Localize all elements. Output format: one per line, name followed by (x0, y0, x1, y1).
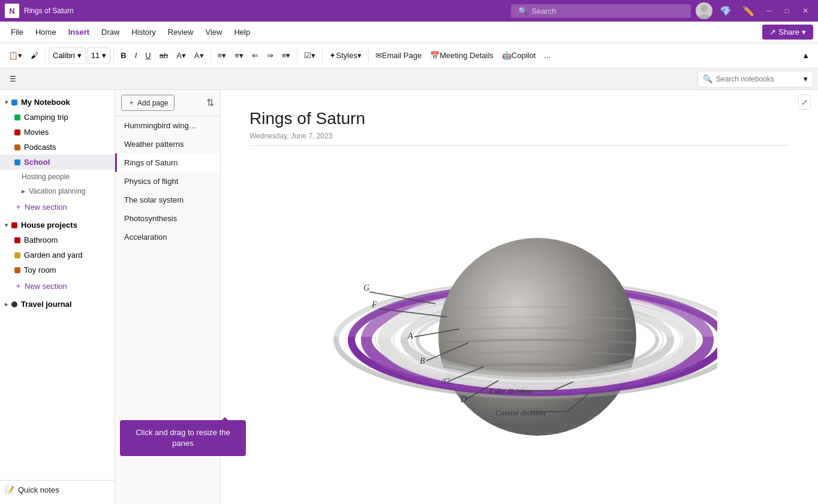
main-layout: ▾ My Notebook Camping trip Movies Podcas… (0, 90, 818, 504)
sidebar-item-movies[interactable]: Movies (0, 125, 115, 140)
sidebar-item-garden-and-yard[interactable]: Garden and yard (0, 248, 115, 262)
more-button[interactable]: ... (540, 46, 554, 65)
sidebar: ▾ My Notebook Camping trip Movies Podcas… (0, 90, 115, 504)
italic-button[interactable]: I (131, 46, 141, 65)
resize-tooltip-text: Click and drag to resize the panes (221, 428, 230, 448)
quick-notes-button[interactable]: 📝 Quick notes (0, 480, 115, 499)
page-hummingbird-wing-label: Hummingbird wing… (124, 121, 197, 130)
pages-header: ＋ Add page ⇅ (115, 90, 220, 116)
maximize-button[interactable]: □ (780, 4, 794, 17)
title-controls: 💎 ✏️ ─ □ ✕ (696, 2, 813, 19)
email-icon: ✉ (375, 51, 382, 60)
bathroom-color-dot (14, 237, 20, 243)
email-page-button[interactable]: ✉ Email Page (372, 46, 425, 65)
page-photosynthesis[interactable]: Photosynthesis (115, 209, 220, 228)
avatar[interactable] (696, 2, 712, 19)
share-button[interactable]: ↗ Share ▾ (762, 25, 813, 40)
podcasts-label: Podcasts (24, 143, 56, 152)
notebook-travel-journal: ▸ Travel journal (0, 297, 115, 312)
menubar: File Home Insert Draw History Review Vie… (0, 22, 818, 43)
calendar-icon: 📅 (430, 51, 440, 60)
meeting-details-button[interactable]: 📅 Meeting Details (426, 46, 497, 65)
page-solar-system[interactable]: The solar system (115, 191, 220, 209)
menu-review[interactable]: Review (162, 24, 200, 40)
page-physics-of-flight[interactable]: Physics of flight (115, 172, 220, 191)
highlight-button[interactable]: A▾ (173, 46, 190, 65)
page-hummingbird-wing[interactable]: Hummingbird wing… (115, 116, 220, 135)
page-rings-of-saturn[interactable]: Rings of Saturn (115, 153, 220, 172)
decrease-indent-button[interactable]: ⇐ (248, 46, 262, 65)
sidebar-item-camping-trip[interactable]: Camping trip (0, 110, 115, 125)
checkbox-button[interactable]: ☑▾ (300, 46, 319, 65)
share-label: Share (778, 28, 799, 37)
underline-button[interactable]: U (142, 46, 154, 65)
menu-insert[interactable]: Insert (62, 24, 95, 40)
search-notebooks-icon: 🔍 (703, 74, 712, 83)
toy-room-color-dot (14, 267, 20, 273)
page-accelaration[interactable]: Accelaration (115, 228, 220, 246)
sidebar-item-toy-room[interactable]: Toy room (0, 262, 115, 277)
alignment-button[interactable]: ≡▾ (278, 46, 294, 65)
sidebar-item-school[interactable]: School (0, 155, 115, 170)
toolbar-sep-3 (210, 49, 211, 63)
font-color-button[interactable]: A▾ (191, 46, 207, 65)
font-selector[interactable]: Calibri ▾ (49, 47, 86, 64)
bathroom-label: Bathroom (24, 236, 58, 245)
bullets-button[interactable]: ≡▾ (214, 46, 230, 65)
expand-content-button[interactable]: ⤢ (798, 95, 811, 110)
menu-help[interactable]: Help (228, 24, 256, 40)
vacation-planning-expand-icon: ▸ (22, 187, 25, 195)
styles-button[interactable]: ✦ Styles ▾ (326, 46, 365, 65)
font-chevron-icon: ▾ (77, 51, 82, 60)
sidebar-item-podcasts[interactable]: Podcasts (0, 140, 115, 155)
sidebar-item-bathroom[interactable]: Bathroom (0, 233, 115, 248)
global-search-input[interactable] (531, 7, 675, 16)
notebook-my-notebook-header[interactable]: ▾ My Notebook (0, 95, 115, 110)
add-house-section-icon: ＋ (14, 280, 22, 291)
increase-indent-button[interactable]: ⇒ (263, 46, 277, 65)
search-notebooks-input[interactable] (716, 75, 800, 83)
sidebar-item-hosting-people[interactable]: Hosting people (0, 170, 115, 184)
minimize-button[interactable]: ─ (762, 4, 777, 17)
page-photosynthesis-label: Photosynthesis (124, 214, 177, 223)
house-projects-label: House projects (21, 221, 77, 230)
add-page-button[interactable]: ＋ Add page (121, 95, 175, 111)
sort-pages-button[interactable]: ⇅ (206, 97, 214, 108)
page-accelaration-label: Accelaration (124, 233, 167, 242)
numbering-button[interactable]: ≡▾ (231, 46, 247, 65)
toolbar-sep-6 (368, 49, 369, 63)
bold-button[interactable]: B (117, 46, 130, 65)
close-button[interactable]: ✕ (798, 4, 813, 17)
font-size-selector[interactable]: 11 ▾ (87, 47, 110, 64)
search-notebooks-box[interactable]: 🔍 ▾ (697, 71, 813, 87)
page-date: Wednesday, June 7, 2023 (249, 132, 789, 146)
house-projects-new-section[interactable]: ＋ New section (0, 277, 115, 294)
garden-color-dot (14, 252, 20, 258)
menu-home[interactable]: Home (29, 24, 62, 40)
copilot-button[interactable]: 🤖 Copilot (498, 46, 539, 65)
page-weather-patterns[interactable]: Weather patterns (115, 135, 220, 153)
svg-text:/C: /C (441, 377, 450, 386)
menu-draw[interactable]: Draw (95, 24, 125, 40)
clipboard-button[interactable]: 📋▾ (5, 46, 26, 65)
email-page-label: Email Page (382, 51, 422, 60)
global-search-box[interactable]: 🔍 (511, 4, 691, 18)
menu-history[interactable]: History (125, 24, 161, 40)
notebook-travel-journal-header[interactable]: ▸ Travel journal (0, 297, 115, 312)
vacation-planning-label: Vacation planning (29, 187, 86, 195)
collapse-ribbon-button[interactable]: ▲ (798, 46, 813, 65)
notebook-house-projects-header[interactable]: ▾ House projects (0, 218, 115, 233)
diamond-icon[interactable]: 💎 (716, 3, 735, 19)
size-chevron-icon: ▾ (102, 51, 106, 60)
menu-file[interactable]: File (5, 24, 29, 40)
sidebar-item-vacation-planning[interactable]: ▸ Vacation planning (0, 184, 115, 198)
strikethrough-button[interactable]: ab (156, 46, 172, 65)
notebook-house-projects: ▾ House projects Bathroom Garden and yar… (0, 218, 115, 294)
pen-icon[interactable]: ✏️ (739, 3, 758, 19)
my-notebook-new-section[interactable]: ＋ New section (0, 198, 115, 215)
format-painter-button[interactable]: 🖌 (27, 46, 42, 65)
svg-text:F: F (371, 300, 377, 309)
resize-tooltip: Click and drag to resize the panes (221, 420, 246, 456)
menu-view[interactable]: View (199, 24, 228, 40)
hamburger-menu-button[interactable]: ☰ (5, 71, 21, 87)
